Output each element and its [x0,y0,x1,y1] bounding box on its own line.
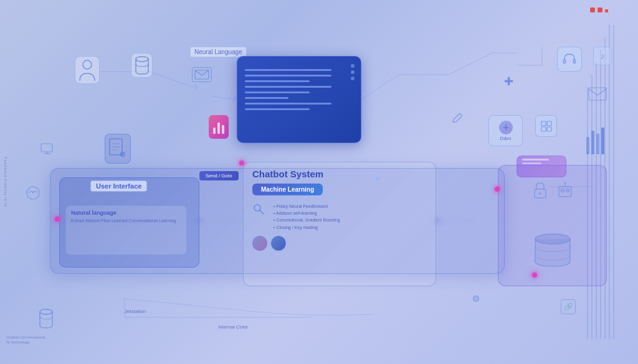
user-interface-title: User Interface [90,180,147,192]
svg-rect-45 [596,134,599,154]
chatbot-system-panel: Chatbot System Machine Learning Policy N… [243,162,436,286]
chart-pink-icon [209,115,229,139]
person-icon [75,56,100,84]
svg-rect-38 [573,59,576,63]
music-icon: ♪ [593,47,612,65]
lock-area [531,180,550,202]
sidebar-text-2: Fidelity [1,179,7,196]
svg-point-52 [539,192,541,195]
red-dot-3 [605,9,608,12]
svg-rect-60 [41,144,52,152]
chatbot-list-item-4: Closing / Key reading [274,224,340,231]
database-cylinder [531,231,574,271]
svg-line-2 [212,96,237,100]
small-monitor-icon [40,143,54,156]
svg-rect-53 [559,187,571,197]
chatbot-system-title: Chatbot System [252,169,427,179]
chart-bars-right [585,124,607,156]
top-right-dots [590,7,608,12]
svg-line-1 [150,72,193,87]
link-icon-bottom-right: 🔗 [561,299,576,314]
sidebar-text-1: Feedback [1,157,7,178]
jetstation-label: Jetstation [125,309,146,314]
svg-rect-30 [222,125,224,134]
svg-rect-42 [547,127,551,131]
star-icon: ★ [374,173,382,183]
svg-rect-40 [547,121,551,126]
svg-point-26 [136,57,148,62]
svg-line-3 [361,75,399,100]
glow-dot-3 [532,273,537,278]
chatbot-list-item-3: Convolutional, Gradient Boosting [274,217,340,223]
svg-point-63 [40,309,52,314]
pencil-icon [450,112,464,126]
neural-language-label: Neural Language [190,47,247,57]
svg-rect-46 [601,128,604,154]
chatbot-list-item-1: Policy Neural Feedforward [274,203,340,210]
database-right-panel [498,165,607,286]
internal-color-label: Internal Color [218,324,248,330]
nlp-card [237,56,361,143]
glow-dot-4 [495,187,500,192]
svg-rect-41 [541,127,546,131]
sidebar-text-4: Ib [1,203,7,207]
svg-rect-44 [591,131,594,154]
dam-label: D&m [500,136,512,141]
svg-rect-43 [586,137,589,154]
sidebar-left: Feedback Fidelity Ib Ib [0,0,9,364]
svg-line-5 [449,53,492,75]
grid-icon [535,115,557,137]
robot-area [556,182,574,202]
natural-language-title: Natural language [71,210,181,216]
natural-language-desc: Extract Natural Flow Learned Conversatio… [71,218,181,224]
headphone-icon [557,47,582,72]
svg-line-50 [260,210,264,214]
sidebar-text-3: Ib [1,197,7,202]
svg-point-57 [564,182,566,184]
glow-dot-1 [239,161,244,166]
database-top-icon [131,53,153,78]
svg-rect-28 [213,128,216,134]
avatar-2 [271,236,286,251]
natural-language-card: Natural language Extract Natural Flow Le… [65,205,187,255]
document-icon: ? [105,134,131,164]
machine-learning-badge[interactable]: Machine Learning [252,184,323,195]
cross-icon: ✚ [504,75,513,88]
red-dot-1 [590,7,595,12]
chatbot-list: Policy Neural Feedforward Addison self-l… [274,203,340,231]
svg-point-55 [566,189,569,192]
svg-point-54 [561,189,564,192]
dam-icon: D&m [488,115,523,146]
svg-rect-29 [217,123,220,134]
svg-rect-39 [541,121,546,126]
connection-dot-bottom [473,296,479,302]
red-dot-2 [598,7,602,12]
avatar-1 [252,236,267,251]
bottom-left-info: Chatbot Conversational AI Technology [6,335,50,345]
svg-rect-47 [589,88,606,100]
monitor-icon [24,184,42,202]
svg-text:?: ? [121,152,123,157]
svg-rect-37 [563,59,566,63]
main-canvas: Feedback Fidelity Ib Ib Neural Language [0,0,638,364]
send-goto-button[interactable]: Send / Goto [199,171,239,180]
email-icon [192,67,212,82]
glow-dot-2 [55,217,60,222]
chatbot-list-item-2: Addison self-learning [274,210,340,217]
email-right-icon [588,87,607,101]
svg-point-25 [83,60,92,69]
database-bottom-left-icon [37,308,55,330]
